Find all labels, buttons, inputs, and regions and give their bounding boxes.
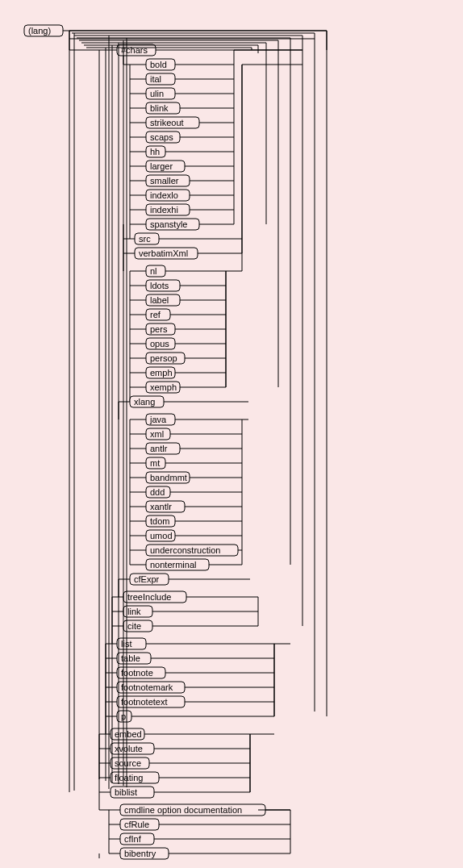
group-c-item-2-label: antlr — [150, 444, 168, 453]
group-c-item-10-label: nonterminal — [150, 560, 196, 570]
group-e-item-1: table — [117, 653, 151, 664]
group-g-item-0: cmdline option documentation — [120, 804, 265, 816]
group-e-item-2: footnote — [117, 667, 165, 678]
group-e-item-4-label: footnotetext — [121, 697, 168, 707]
group-b-item-6: persop — [146, 353, 185, 364]
group-b-item-1-label: ldots — [150, 281, 169, 290]
group-a-item-2-label: ulin — [150, 89, 164, 98]
group-g-item-3: bibentry — [120, 848, 169, 859]
group-a-item-11: spanstyle — [146, 219, 199, 230]
group-b-item-0: nl — [146, 265, 165, 277]
after-c-item-0: cfExpr — [130, 574, 169, 585]
after-c-item-0-label: cfExpr — [134, 574, 160, 584]
group-g-item-0-label: cmdline option documentation — [124, 805, 242, 815]
group-a-item-9: indexlo — [146, 190, 190, 201]
railroad-diagram: (lang)#charsbolditalulinblinkstrikeoutsc… — [0, 0, 463, 868]
group-f-item-3: floating — [111, 772, 159, 783]
group-e-item-1-label: table — [121, 653, 140, 663]
group-c-item-3-label: mt — [150, 458, 160, 468]
group-e-item-3-label: footnotemark — [121, 682, 173, 692]
group-a-item-7-label: larger — [150, 161, 173, 171]
after-b-item-0: xlang — [130, 396, 164, 407]
group-b-item-2: label — [146, 294, 180, 306]
group-a-item-6: hh — [146, 146, 165, 157]
group-b-item-7-label: emph — [150, 368, 173, 378]
group-e-item-5: p — [117, 711, 131, 722]
group-a-item-3-label: blink — [150, 103, 169, 113]
group-a-item-0-label: bold — [150, 60, 167, 69]
group-c-item-6-label: xantlr — [150, 502, 172, 511]
group-e-item-2-label: footnote — [121, 668, 153, 678]
group-a-item-10: indexhi — [146, 204, 190, 215]
group-c-item-6: xantlr — [146, 501, 185, 512]
group-d-item-0: treeInclude — [123, 591, 186, 603]
group-g-item-2-label: cfInf — [124, 834, 142, 844]
group-b-item-4-label: pers — [150, 324, 168, 334]
group-b-item-3-label: ref — [150, 310, 161, 319]
group-c-item-1-label: xml — [150, 429, 164, 439]
group-a-item-3: blink — [146, 102, 180, 114]
group-c-item-0-label: java — [149, 415, 167, 424]
group-b-item-8: xemph — [146, 382, 180, 393]
group-c-item-7: tdom — [146, 515, 175, 527]
group-a-item-1: ital — [146, 73, 175, 85]
group-e-item-4: footnotetext — [117, 696, 185, 707]
group-f-item-2: source — [111, 757, 149, 769]
group-a-item-1-label: ital — [150, 74, 161, 84]
root-node: (lang) — [24, 25, 63, 36]
group-d-item-1: link — [123, 606, 152, 617]
after-a-item-1-label: verbatimXml — [139, 248, 188, 258]
after-b-item-0-label: xlang — [134, 397, 155, 407]
group-c-item-8: umod — [146, 530, 175, 541]
header-node: #chars — [117, 44, 156, 56]
group-d-item-1-label: link — [127, 607, 141, 616]
group-b-item-8-label: xemph — [150, 382, 177, 392]
group-a-item-0: bold — [146, 59, 175, 70]
group-a-item-10-label: indexhi — [150, 205, 178, 215]
group-b-item-7: emph — [146, 367, 175, 378]
group-c-item-1: xml — [146, 428, 170, 440]
group-c-item-9: underconstruction — [146, 545, 238, 556]
group-c-item-2: antlr — [146, 443, 180, 454]
group-a-item-5: scaps — [146, 131, 180, 143]
group-g-item-1: cfRule — [120, 819, 159, 830]
group-c-item-10: nonterminal — [146, 559, 209, 570]
group-f-item-1: xvolute — [111, 743, 154, 754]
group-c-item-7-label: tdom — [150, 516, 169, 526]
group-c-item-4-label: bandmmt — [150, 473, 187, 482]
group-c-item-5-label: ddd — [150, 487, 165, 497]
root-node-label: (lang) — [28, 26, 51, 35]
group-c-item-4: bandmmt — [146, 472, 190, 483]
group-b-item-0-label: nl — [150, 266, 157, 276]
after-a-item-0: src — [135, 233, 159, 244]
group-c-item-9-label: underconstruction — [150, 545, 220, 555]
group-d-item-0-label: treeInclude — [127, 592, 171, 602]
group-a-item-9-label: indexlo — [150, 190, 178, 200]
group-c-item-5: ddd — [146, 486, 170, 498]
group-g-item-3-label: bibentry — [124, 849, 156, 858]
group-b-item-2-label: label — [150, 295, 169, 305]
after-a-item-1: verbatimXml — [135, 248, 198, 259]
group-c-item-3: mt — [146, 457, 165, 469]
group-a-item-8: smaller — [146, 175, 190, 186]
group-e-item-0: list — [117, 638, 146, 649]
group-g-item-2: cfInf — [120, 833, 154, 845]
group-d-item-2: cite — [123, 620, 152, 632]
group-c-item-8-label: umod — [150, 531, 173, 540]
group-a-item-5-label: scaps — [150, 132, 173, 142]
group-a-item-7: larger — [146, 161, 185, 172]
group-f-item-4: biblist — [111, 787, 154, 798]
header-node-label: #chars — [121, 45, 148, 55]
group-f-item-4-label: biblist — [115, 787, 137, 797]
group-b-item-6-label: persop — [150, 353, 177, 363]
group-b-item-5-label: opus — [150, 339, 169, 348]
group-c-item-0: java — [146, 414, 175, 425]
group-a-item-11-label: spanstyle — [150, 219, 187, 229]
group-a-item-2: ulin — [146, 88, 175, 99]
after-a-item-0-label: src — [139, 234, 151, 244]
group-b-item-3: ref — [146, 309, 170, 320]
group-g-item-1-label: cfRule — [124, 820, 149, 829]
group-b-item-5: opus — [146, 338, 175, 349]
group-e-item-3: footnotemark — [117, 682, 185, 693]
group-a-item-6-label: hh — [150, 147, 160, 156]
